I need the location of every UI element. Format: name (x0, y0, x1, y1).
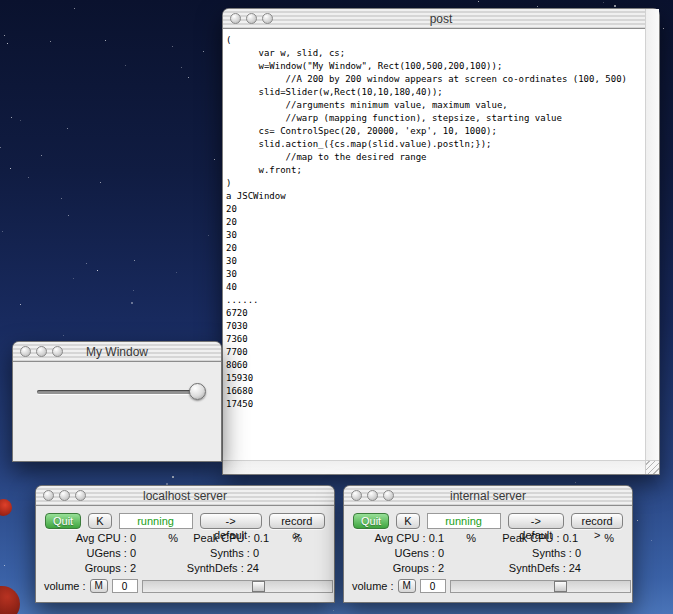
avg-cpu-label: Avg CPU : (374, 532, 425, 544)
synthdefs-label: SynthDefs : (187, 562, 244, 574)
make-default-button[interactable]: -> default (508, 513, 565, 529)
star-icon (176, 272, 177, 273)
post-line: 16680 (226, 385, 659, 398)
synthdefs-stat: SynthDefs : 24 (444, 562, 581, 574)
star-icon (4, 35, 5, 36)
make-default-button[interactable]: -> default (200, 513, 262, 529)
minimize-button[interactable] (367, 490, 378, 501)
minimize-button[interactable] (59, 490, 70, 501)
volume-slider-thumb[interactable] (252, 581, 265, 592)
volume-row: volume : M (344, 579, 632, 593)
star-icon (333, 610, 334, 611)
my-window: My Window (12, 341, 222, 462)
quit-button[interactable]: Quit (353, 513, 389, 529)
kill-button[interactable]: K (396, 513, 419, 529)
star-icon (131, 302, 133, 304)
post-titlebar[interactable]: post (223, 9, 659, 29)
groups-label: Groups : (393, 562, 435, 574)
volume-input[interactable] (112, 579, 138, 593)
avg-cpu-stat: Avg CPU : 0 (36, 532, 136, 544)
record-button[interactable]: record > (269, 513, 326, 529)
star-icon (10, 168, 11, 169)
synths-stat: Synths : 0 (136, 547, 259, 559)
quit-button[interactable]: Quit (45, 513, 81, 529)
groups-stat: Groups : 2 (344, 562, 444, 574)
slider-thumb[interactable] (189, 383, 206, 400)
window-title: post (223, 12, 659, 26)
post-line: 15930 (226, 372, 659, 385)
star-icon (68, 215, 69, 216)
window-controls (351, 490, 394, 501)
star-icon (2, 231, 3, 232)
post-line: cs= ControlSpec(20, 20000, 'exp', 10, 10… (226, 125, 659, 138)
post-line: 7700 (226, 346, 659, 359)
synthdefs-label: SynthDefs : (509, 562, 566, 574)
post-line: //warp (mapping function), stepsize, sta… (226, 112, 659, 125)
star-icon (603, 2, 604, 3)
zoom-button[interactable] (52, 346, 63, 357)
zoom-button[interactable] (262, 13, 273, 24)
cpu-stats-row: Avg CPU : 0 % Peak CPU : 0.1 % (36, 532, 334, 544)
mute-button[interactable]: M (90, 579, 108, 593)
star-icon (74, 8, 75, 9)
post-line: slid.action_({cs.map(slid.value).postln;… (226, 138, 659, 151)
peak-cpu-value: 0.1 (563, 532, 578, 544)
close-button[interactable] (20, 346, 31, 357)
minimize-button[interactable] (246, 13, 257, 24)
close-button[interactable] (230, 13, 241, 24)
synths-label: Synths : (532, 547, 572, 559)
internal-server-window: internal server Quit K running -> defaul… (343, 485, 633, 603)
localhost-titlebar[interactable]: localhost server (36, 486, 334, 506)
star-icon (637, 520, 638, 521)
record-button[interactable]: record > (571, 513, 623, 529)
star-icon (20, 304, 21, 305)
star-icon (537, 6, 538, 7)
post-text-area[interactable]: ( var w, slid, cs; w=Window("My Window",… (223, 29, 659, 474)
ugen-stats-row: UGens : 0 Synths : 0 (36, 547, 334, 559)
avg-cpu-stat: Avg CPU : 0.1 (344, 532, 444, 544)
post-line: 30 (226, 268, 659, 281)
peak-cpu-label: Peak CPU : (502, 532, 559, 544)
zoom-button[interactable] (75, 490, 86, 501)
synthdefs-stat: SynthDefs : 24 (136, 562, 259, 574)
volume-label: volume : (44, 580, 86, 592)
internal-server-content: Quit K running -> default record > Avg C… (344, 506, 632, 602)
close-button[interactable] (351, 490, 362, 501)
post-line: //map to the desired range (226, 151, 659, 164)
star-icon (663, 28, 664, 29)
close-button[interactable] (43, 490, 54, 501)
group-stats-row: Groups : 2 SynthDefs : 24 (344, 562, 632, 574)
ugens-stat: UGens : 0 (36, 547, 136, 559)
star-icon (97, 270, 98, 271)
post-line: //A 200 by 200 window appears at screen … (226, 73, 659, 86)
post-line: a JSCWindow (226, 190, 659, 203)
volume-slider[interactable] (142, 580, 333, 593)
internal-titlebar[interactable]: internal server (344, 486, 632, 506)
volume-slider-thumb[interactable] (554, 581, 567, 592)
post-line: 8060 (226, 359, 659, 372)
post-line: 40 (226, 281, 659, 294)
minimize-button[interactable] (36, 346, 47, 357)
frequency-slider[interactable] (37, 383, 205, 400)
post-line: 20 (226, 242, 659, 255)
star-icon (614, 5, 616, 7)
post-line: slid=Slider(w,Rect(10,10,180,40)); (226, 86, 659, 99)
kill-button[interactable]: K (88, 513, 111, 529)
slider-track[interactable] (37, 390, 205, 394)
volume-slider[interactable] (450, 580, 631, 593)
star-icon (575, 482, 576, 483)
vertical-scrollbar[interactable] (645, 9, 659, 460)
post-line: 30 (226, 229, 659, 242)
ugen-stats-row: UGens : 0 Synths : 0 (344, 547, 632, 559)
mute-button[interactable]: M (398, 579, 416, 593)
star-icon (203, 51, 204, 52)
avg-cpu-unit: % (444, 532, 476, 544)
zoom-button[interactable] (383, 490, 394, 501)
my-window-titlebar[interactable]: My Window (13, 342, 221, 362)
volume-input[interactable] (420, 579, 446, 593)
star-icon (181, 67, 182, 68)
resize-grip-icon[interactable] (645, 460, 659, 474)
star-icon (0, 147, 1, 148)
star-icon (50, 41, 51, 42)
horizontal-scrollbar[interactable] (223, 460, 645, 474)
